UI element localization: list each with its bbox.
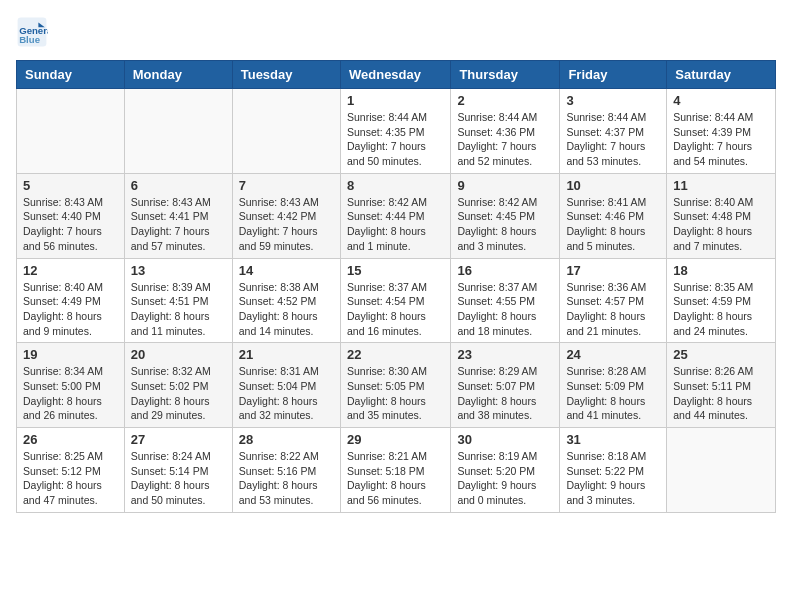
day-cell-27: 27Sunrise: 8:24 AM Sunset: 5:14 PM Dayli…: [124, 428, 232, 513]
cell-info-20: Sunrise: 8:32 AM Sunset: 5:02 PM Dayligh…: [131, 364, 226, 423]
weekday-sunday: Sunday: [17, 61, 125, 89]
day-number-23: 23: [457, 347, 553, 362]
day-number-7: 7: [239, 178, 334, 193]
day-cell-11: 11Sunrise: 8:40 AM Sunset: 4:48 PM Dayli…: [667, 173, 776, 258]
weekday-friday: Friday: [560, 61, 667, 89]
day-cell-2: 2Sunrise: 8:44 AM Sunset: 4:36 PM Daylig…: [451, 89, 560, 174]
cell-info-23: Sunrise: 8:29 AM Sunset: 5:07 PM Dayligh…: [457, 364, 553, 423]
weekday-tuesday: Tuesday: [232, 61, 340, 89]
day-number-27: 27: [131, 432, 226, 447]
empty-cell: [232, 89, 340, 174]
day-number-25: 25: [673, 347, 769, 362]
day-number-4: 4: [673, 93, 769, 108]
day-cell-23: 23Sunrise: 8:29 AM Sunset: 5:07 PM Dayli…: [451, 343, 560, 428]
day-cell-29: 29Sunrise: 8:21 AM Sunset: 5:18 PM Dayli…: [340, 428, 450, 513]
cell-info-5: Sunrise: 8:43 AM Sunset: 4:40 PM Dayligh…: [23, 195, 118, 254]
day-cell-28: 28Sunrise: 8:22 AM Sunset: 5:16 PM Dayli…: [232, 428, 340, 513]
day-number-19: 19: [23, 347, 118, 362]
cell-info-30: Sunrise: 8:19 AM Sunset: 5:20 PM Dayligh…: [457, 449, 553, 508]
day-cell-3: 3Sunrise: 8:44 AM Sunset: 4:37 PM Daylig…: [560, 89, 667, 174]
day-cell-16: 16Sunrise: 8:37 AM Sunset: 4:55 PM Dayli…: [451, 258, 560, 343]
weekday-monday: Monday: [124, 61, 232, 89]
calendar-body: 1Sunrise: 8:44 AM Sunset: 4:35 PM Daylig…: [17, 89, 776, 513]
cell-info-12: Sunrise: 8:40 AM Sunset: 4:49 PM Dayligh…: [23, 280, 118, 339]
day-cell-20: 20Sunrise: 8:32 AM Sunset: 5:02 PM Dayli…: [124, 343, 232, 428]
week-row-4: 19Sunrise: 8:34 AM Sunset: 5:00 PM Dayli…: [17, 343, 776, 428]
week-row-5: 26Sunrise: 8:25 AM Sunset: 5:12 PM Dayli…: [17, 428, 776, 513]
cell-info-1: Sunrise: 8:44 AM Sunset: 4:35 PM Dayligh…: [347, 110, 444, 169]
day-cell-5: 5Sunrise: 8:43 AM Sunset: 4:40 PM Daylig…: [17, 173, 125, 258]
day-number-20: 20: [131, 347, 226, 362]
day-cell-6: 6Sunrise: 8:43 AM Sunset: 4:41 PM Daylig…: [124, 173, 232, 258]
cell-info-4: Sunrise: 8:44 AM Sunset: 4:39 PM Dayligh…: [673, 110, 769, 169]
day-number-28: 28: [239, 432, 334, 447]
cell-info-7: Sunrise: 8:43 AM Sunset: 4:42 PM Dayligh…: [239, 195, 334, 254]
day-cell-4: 4Sunrise: 8:44 AM Sunset: 4:39 PM Daylig…: [667, 89, 776, 174]
cell-info-17: Sunrise: 8:36 AM Sunset: 4:57 PM Dayligh…: [566, 280, 660, 339]
day-number-16: 16: [457, 263, 553, 278]
day-number-14: 14: [239, 263, 334, 278]
cell-info-14: Sunrise: 8:38 AM Sunset: 4:52 PM Dayligh…: [239, 280, 334, 339]
day-number-1: 1: [347, 93, 444, 108]
cell-info-13: Sunrise: 8:39 AM Sunset: 4:51 PM Dayligh…: [131, 280, 226, 339]
cell-info-11: Sunrise: 8:40 AM Sunset: 4:48 PM Dayligh…: [673, 195, 769, 254]
day-cell-21: 21Sunrise: 8:31 AM Sunset: 5:04 PM Dayli…: [232, 343, 340, 428]
day-cell-12: 12Sunrise: 8:40 AM Sunset: 4:49 PM Dayli…: [17, 258, 125, 343]
day-cell-10: 10Sunrise: 8:41 AM Sunset: 4:46 PM Dayli…: [560, 173, 667, 258]
day-number-22: 22: [347, 347, 444, 362]
day-cell-30: 30Sunrise: 8:19 AM Sunset: 5:20 PM Dayli…: [451, 428, 560, 513]
day-number-21: 21: [239, 347, 334, 362]
day-cell-22: 22Sunrise: 8:30 AM Sunset: 5:05 PM Dayli…: [340, 343, 450, 428]
cell-info-24: Sunrise: 8:28 AM Sunset: 5:09 PM Dayligh…: [566, 364, 660, 423]
cell-info-9: Sunrise: 8:42 AM Sunset: 4:45 PM Dayligh…: [457, 195, 553, 254]
cell-info-28: Sunrise: 8:22 AM Sunset: 5:16 PM Dayligh…: [239, 449, 334, 508]
day-number-30: 30: [457, 432, 553, 447]
day-cell-24: 24Sunrise: 8:28 AM Sunset: 5:09 PM Dayli…: [560, 343, 667, 428]
day-cell-14: 14Sunrise: 8:38 AM Sunset: 4:52 PM Dayli…: [232, 258, 340, 343]
cell-info-25: Sunrise: 8:26 AM Sunset: 5:11 PM Dayligh…: [673, 364, 769, 423]
day-number-13: 13: [131, 263, 226, 278]
page-header: General Blue: [16, 16, 776, 48]
day-cell-9: 9Sunrise: 8:42 AM Sunset: 4:45 PM Daylig…: [451, 173, 560, 258]
cell-info-16: Sunrise: 8:37 AM Sunset: 4:55 PM Dayligh…: [457, 280, 553, 339]
day-number-10: 10: [566, 178, 660, 193]
cell-info-26: Sunrise: 8:25 AM Sunset: 5:12 PM Dayligh…: [23, 449, 118, 508]
day-number-5: 5: [23, 178, 118, 193]
cell-info-22: Sunrise: 8:30 AM Sunset: 5:05 PM Dayligh…: [347, 364, 444, 423]
cell-info-29: Sunrise: 8:21 AM Sunset: 5:18 PM Dayligh…: [347, 449, 444, 508]
day-number-12: 12: [23, 263, 118, 278]
svg-text:Blue: Blue: [19, 34, 40, 45]
logo: General Blue: [16, 16, 52, 48]
day-number-2: 2: [457, 93, 553, 108]
cell-info-31: Sunrise: 8:18 AM Sunset: 5:22 PM Dayligh…: [566, 449, 660, 508]
day-cell-17: 17Sunrise: 8:36 AM Sunset: 4:57 PM Dayli…: [560, 258, 667, 343]
weekday-thursday: Thursday: [451, 61, 560, 89]
day-number-9: 9: [457, 178, 553, 193]
day-number-24: 24: [566, 347, 660, 362]
day-number-6: 6: [131, 178, 226, 193]
cell-info-8: Sunrise: 8:42 AM Sunset: 4:44 PM Dayligh…: [347, 195, 444, 254]
cell-info-19: Sunrise: 8:34 AM Sunset: 5:00 PM Dayligh…: [23, 364, 118, 423]
day-cell-26: 26Sunrise: 8:25 AM Sunset: 5:12 PM Dayli…: [17, 428, 125, 513]
empty-cell: [17, 89, 125, 174]
day-cell-8: 8Sunrise: 8:42 AM Sunset: 4:44 PM Daylig…: [340, 173, 450, 258]
day-number-3: 3: [566, 93, 660, 108]
cell-info-10: Sunrise: 8:41 AM Sunset: 4:46 PM Dayligh…: [566, 195, 660, 254]
empty-cell: [124, 89, 232, 174]
cell-info-3: Sunrise: 8:44 AM Sunset: 4:37 PM Dayligh…: [566, 110, 660, 169]
cell-info-2: Sunrise: 8:44 AM Sunset: 4:36 PM Dayligh…: [457, 110, 553, 169]
day-number-8: 8: [347, 178, 444, 193]
day-cell-1: 1Sunrise: 8:44 AM Sunset: 4:35 PM Daylig…: [340, 89, 450, 174]
day-number-31: 31: [566, 432, 660, 447]
day-number-18: 18: [673, 263, 769, 278]
day-number-17: 17: [566, 263, 660, 278]
logo-icon: General Blue: [16, 16, 48, 48]
cell-info-15: Sunrise: 8:37 AM Sunset: 4:54 PM Dayligh…: [347, 280, 444, 339]
calendar-table: SundayMondayTuesdayWednesdayThursdayFrid…: [16, 60, 776, 513]
day-cell-15: 15Sunrise: 8:37 AM Sunset: 4:54 PM Dayli…: [340, 258, 450, 343]
day-cell-18: 18Sunrise: 8:35 AM Sunset: 4:59 PM Dayli…: [667, 258, 776, 343]
day-cell-7: 7Sunrise: 8:43 AM Sunset: 4:42 PM Daylig…: [232, 173, 340, 258]
week-row-3: 12Sunrise: 8:40 AM Sunset: 4:49 PM Dayli…: [17, 258, 776, 343]
cell-info-18: Sunrise: 8:35 AM Sunset: 4:59 PM Dayligh…: [673, 280, 769, 339]
day-cell-25: 25Sunrise: 8:26 AM Sunset: 5:11 PM Dayli…: [667, 343, 776, 428]
